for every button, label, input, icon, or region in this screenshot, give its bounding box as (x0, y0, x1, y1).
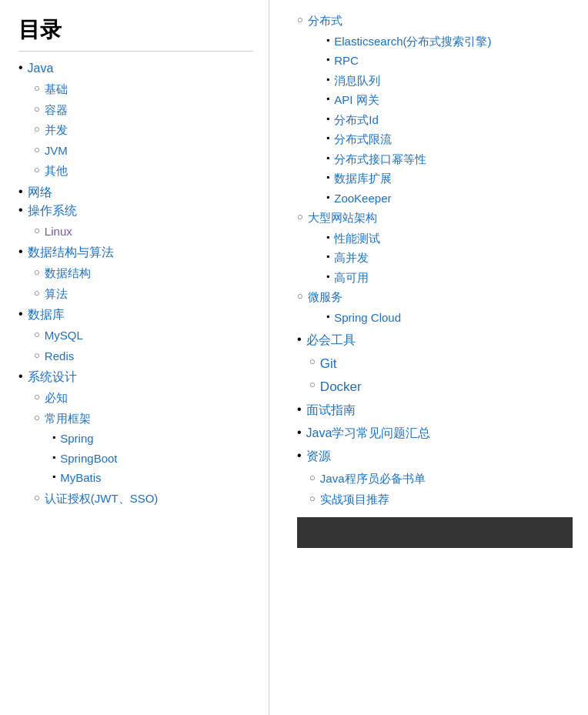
nav-link-projects[interactable]: 实战项目推荐 (320, 491, 389, 509)
list-item: 消息队列 (326, 72, 573, 90)
nav-link-tools[interactable]: 必会工具 (306, 331, 356, 349)
left-column: 目录 Java 基础 容器 并发 JVM 其他 网络 操作系统 Linux (0, 0, 269, 715)
list-item: Docker (309, 377, 573, 397)
main-container: 目录 Java 基础 容器 并发 JVM 其他 网络 操作系统 Linux (0, 0, 588, 715)
list-item: JVM (34, 142, 253, 160)
list-item: Java程序员必备书单 (309, 470, 573, 488)
nav-link-springcloud[interactable]: Spring Cloud (334, 309, 401, 327)
bottom-dark-block (297, 517, 573, 548)
nav-link-ds[interactable]: 数据结构 (45, 265, 91, 282)
nav-link-largesite[interactable]: 大型网站架构 (308, 209, 377, 227)
list-item: Java (18, 59, 253, 78)
list-item: 其他 (34, 162, 253, 180)
list-item: Spring (52, 430, 253, 448)
nav-link-network[interactable]: 网络 (28, 183, 52, 202)
list-item: Linux (34, 223, 253, 241)
list-item: 基础 (34, 81, 253, 99)
list-item: 算法 (34, 286, 253, 303)
nav-link-spring[interactable]: Spring (60, 430, 93, 448)
nav-link-jvm[interactable]: JVM (45, 142, 68, 160)
list-item: Java学习常见问题汇总 (297, 424, 573, 443)
nav-link-java[interactable]: Java (28, 59, 54, 78)
nav-link-dsa[interactable]: 数据结构与算法 (28, 243, 114, 262)
list-item: MySQL (34, 327, 253, 345)
nav-link-mysql[interactable]: MySQL (45, 327, 83, 345)
list-item: 数据结构 (34, 265, 253, 282)
list-item: 数据结构与算法 (18, 243, 253, 262)
list-item: 并发 (34, 122, 253, 139)
list-item: 认证授权(JWT、SSO) (34, 490, 253, 508)
list-item: 微服务 (297, 289, 573, 306)
list-item: 实战项目推荐 (309, 491, 573, 509)
list-item: 数据库 (18, 306, 253, 324)
nav-link-distributed[interactable]: 分布式 (308, 12, 342, 30)
nav-link-ratelimit[interactable]: 分布式限流 (334, 131, 392, 149)
nav-link-os[interactable]: 操作系统 (28, 202, 77, 220)
list-item: 数据库扩展 (326, 170, 573, 188)
nav-link-auth[interactable]: 认证授权(JWT、SSO) (45, 490, 159, 508)
nav-link-algo[interactable]: 算法 (45, 286, 68, 303)
list-item: Git (309, 354, 573, 374)
nav-link-mq[interactable]: 消息队列 (334, 72, 380, 90)
list-item: 资源 (297, 447, 573, 466)
nav-link-qita[interactable]: 其他 (45, 162, 68, 180)
nav-link-javafaq[interactable]: Java学习常见问题汇总 (306, 424, 431, 443)
list-item: 面试指南 (297, 401, 573, 419)
list-item: MyBatis (52, 469, 253, 487)
nav-link-db[interactable]: 数据库 (28, 306, 65, 324)
nav-link-git[interactable]: Git (320, 354, 337, 374)
nav-link-frameworks[interactable]: 常用框架 (45, 410, 91, 428)
nav-link-docker[interactable]: Docker (320, 377, 362, 397)
list-item: API 网关 (326, 92, 573, 109)
nav-link-dbscale[interactable]: 数据库扩展 (334, 170, 392, 188)
nav-link-rongqi[interactable]: 容器 (45, 102, 68, 119)
nav-link-sysdesign[interactable]: 系统设计 (28, 368, 77, 386)
list-item: RPC (326, 52, 573, 70)
nav-link-springboot[interactable]: SpringBoot (60, 450, 117, 468)
list-item: 网络 (18, 183, 253, 202)
nav-link-perftest[interactable]: 性能测试 (334, 230, 380, 248)
nav-link-zookeeper[interactable]: ZooKeeper (334, 190, 391, 208)
list-item: 常用框架 (34, 410, 253, 428)
nav-link-highconcurrent[interactable]: 高并发 (334, 249, 369, 267)
nav-link-booklist[interactable]: Java程序员必备书单 (320, 470, 426, 488)
list-item: 性能测试 (326, 230, 573, 248)
list-item: 系统设计 (18, 368, 253, 386)
nav-link-distid[interactable]: 分布式Id (334, 112, 379, 129)
nav-link-elasticsearch[interactable]: Elasticsearch(分布式搜索引擎) (334, 33, 491, 51)
nav-link-jijiu[interactable]: 基础 (45, 81, 68, 99)
list-item: 分布式Id (326, 112, 573, 129)
nav-link-mybatis[interactable]: MyBatis (60, 469, 101, 487)
nav-link-rpc[interactable]: RPC (334, 52, 359, 70)
list-item: 必知 (34, 389, 253, 407)
nav-link-apigateway[interactable]: API 网关 (334, 92, 379, 109)
list-item: 必会工具 (297, 331, 573, 349)
nav-link-idempotent[interactable]: 分布式接口幂等性 (334, 151, 426, 169)
list-item: 分布式接口幂等性 (326, 151, 573, 169)
nav-link-interview[interactable]: 面试指南 (306, 401, 356, 419)
list-item: 操作系统 (18, 202, 253, 220)
list-item: 分布式限流 (326, 131, 573, 149)
nav-link-linux[interactable]: Linux (45, 223, 72, 241)
nav-link-highavail[interactable]: 高可用 (334, 269, 369, 287)
right-column: 分布式 Elasticsearch(分布式搜索引擎) RPC 消息队列 API … (269, 0, 588, 715)
list-item: Spring Cloud (326, 309, 573, 327)
list-item: Elasticsearch(分布式搜索引擎) (326, 33, 573, 51)
list-item: ZooKeeper (326, 190, 573, 208)
list-item: 大型网站架构 (297, 209, 573, 227)
list-item: 分布式 (297, 12, 573, 30)
list-item: Redis (34, 348, 253, 366)
nav-link-bingfa[interactable]: 并发 (45, 122, 68, 139)
nav-link-resources[interactable]: 资源 (306, 447, 331, 466)
list-item: 容器 (34, 102, 253, 119)
list-item: 高并发 (326, 249, 573, 267)
nav-link-redis[interactable]: Redis (45, 348, 74, 366)
list-item: SpringBoot (52, 450, 253, 468)
nav-link-microservice[interactable]: 微服务 (308, 289, 342, 306)
list-item: 高可用 (326, 269, 573, 287)
toc-title: 目录 (18, 15, 253, 52)
nav-link-bizhi[interactable]: 必知 (45, 389, 68, 407)
